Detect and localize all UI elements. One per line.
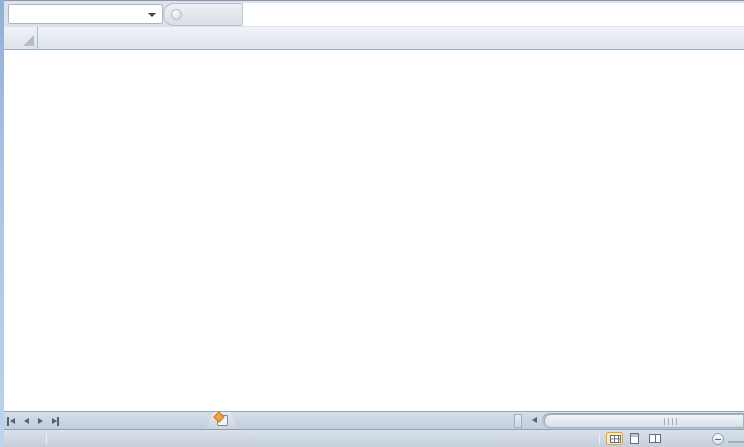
cell-overlays <box>4 50 744 411</box>
hscroll-left-arrow-icon[interactable] <box>528 415 540 427</box>
page-break-icon <box>649 434 661 443</box>
status-separator <box>46 433 47 444</box>
normal-view-button[interactable] <box>606 432 623 445</box>
insert-worksheet-icon <box>217 415 228 426</box>
sheet-tab-bar <box>0 411 744 429</box>
window-left-border <box>0 0 4 447</box>
formula-bar-controls <box>163 3 241 26</box>
zoom-slider[interactable] <box>728 441 744 443</box>
page-layout-view-button[interactable] <box>626 432 643 445</box>
name-box-resize-handle-icon[interactable] <box>171 9 182 20</box>
horizontal-scrollbar-thumb[interactable] <box>544 414 744 428</box>
normal-view-icon <box>610 435 621 443</box>
formula-bar-row <box>0 0 744 27</box>
status-bar <box>0 429 744 447</box>
status-separator-right <box>599 433 600 444</box>
page-break-view-button[interactable] <box>646 432 663 445</box>
worksheet-grid <box>4 50 744 411</box>
name-box-dropdown-icon[interactable] <box>148 13 156 17</box>
name-box[interactable] <box>8 4 163 24</box>
tab-splitter-handle[interactable] <box>514 414 522 428</box>
column-header-row <box>4 27 744 50</box>
name-box-value <box>9 5 142 23</box>
horizontal-scrollbar[interactable] <box>542 413 744 429</box>
zoom-out-button[interactable] <box>712 433 724 445</box>
page-layout-icon <box>630 433 639 444</box>
select-all-triangle-icon <box>23 35 34 46</box>
formula-bar-input[interactable] <box>242 3 744 26</box>
view-shortcut-buttons <box>606 432 663 445</box>
scrollbar-grip-icon <box>664 418 678 425</box>
select-all-corner[interactable] <box>4 27 38 49</box>
excel-window <box>0 0 744 447</box>
